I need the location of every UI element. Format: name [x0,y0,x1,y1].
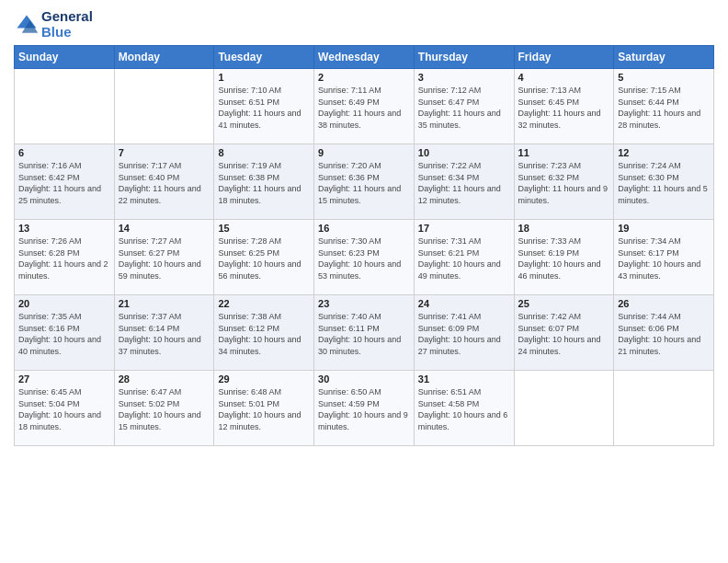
daylight-text: Daylight: 10 hours and 9 minutes. [318,409,410,432]
calendar-cell-w0-d1 [114,69,214,144]
sunrise-text: Sunrise: 7:16 AM [18,160,110,172]
calendar-cell-w3-d1: 21Sunrise: 7:37 AMSunset: 6:14 PMDayligh… [114,295,214,371]
day-info: Sunrise: 7:37 AMSunset: 6:14 PMDaylight:… [119,311,210,357]
sunset-text: Sunset: 6:17 PM [618,247,710,259]
sunset-text: Sunset: 6:45 PM [518,97,610,109]
sunset-text: Sunset: 6:42 PM [18,172,110,184]
sunset-text: Sunset: 6:06 PM [618,323,710,335]
sunrise-text: Sunrise: 7:40 AM [318,311,410,323]
calendar-cell-w4-d0: 27Sunrise: 6:45 AMSunset: 5:04 PMDayligh… [15,371,115,446]
daylight-text: Daylight: 11 hours and 5 minutes. [618,183,710,206]
day-number: 22 [218,298,310,309]
logo-icon [14,12,40,38]
daylight-text: Daylight: 11 hours and 35 minutes. [418,108,510,131]
day-number: 5 [618,72,710,83]
logo: GeneralBlue [14,9,93,40]
sunrise-text: Sunrise: 7:15 AM [618,85,710,97]
calendar-cell-w4-d5 [514,371,614,446]
calendar-cell-w3-d2: 22Sunrise: 7:38 AMSunset: 6:12 PMDayligh… [214,295,314,371]
day-number: 8 [218,147,310,158]
day-info: Sunrise: 7:20 AMSunset: 6:36 PMDaylight:… [318,160,410,206]
weekday-header-monday: Monday [114,46,214,69]
sunrise-text: Sunrise: 7:12 AM [418,85,510,97]
weekday-header-thursday: Thursday [414,46,514,69]
calendar-cell-w2-d0: 13Sunrise: 7:26 AMSunset: 6:28 PMDayligh… [15,220,115,295]
calendar-cell-w1-d1: 7Sunrise: 7:17 AMSunset: 6:40 PMDaylight… [114,144,214,220]
calendar-cell-w0-d6: 5Sunrise: 7:15 AMSunset: 6:44 PMDaylight… [614,69,714,144]
day-number: 20 [18,298,110,309]
sunrise-text: Sunrise: 7:26 AM [18,236,110,247]
sunset-text: Sunset: 6:40 PM [119,172,210,184]
daylight-text: Daylight: 11 hours and 25 minutes. [18,183,110,206]
weekday-header-tuesday: Tuesday [214,46,314,69]
sunset-text: Sunset: 6:12 PM [218,323,310,335]
day-info: Sunrise: 7:16 AMSunset: 6:42 PMDaylight:… [18,160,110,206]
day-info: Sunrise: 7:23 AMSunset: 6:32 PMDaylight:… [518,160,610,206]
day-number: 23 [318,298,410,309]
day-number: 24 [418,298,510,309]
day-info: Sunrise: 7:38 AMSunset: 6:12 PMDaylight:… [218,311,310,357]
logo-text: GeneralBlue [41,9,93,40]
calendar-cell-w2-d5: 18Sunrise: 7:33 AMSunset: 6:19 PMDayligh… [514,220,614,295]
calendar-cell-w1-d3: 9Sunrise: 7:20 AMSunset: 6:36 PMDaylight… [314,144,415,220]
day-info: Sunrise: 7:26 AMSunset: 6:28 PMDaylight:… [18,236,110,282]
calendar-cell-w1-d5: 11Sunrise: 7:23 AMSunset: 6:32 PMDayligh… [514,144,614,220]
day-number: 11 [518,147,610,158]
sunrise-text: Sunrise: 7:41 AM [418,311,510,323]
daylight-text: Daylight: 10 hours and 46 minutes. [518,259,610,282]
daylight-text: Daylight: 10 hours and 12 minutes. [218,409,310,432]
day-number: 21 [119,298,210,309]
day-info: Sunrise: 7:34 AMSunset: 6:17 PMDaylight:… [618,236,710,282]
sunrise-text: Sunrise: 7:24 AM [618,160,710,172]
sunset-text: Sunset: 6:47 PM [418,97,510,109]
sunrise-text: Sunrise: 7:17 AM [119,160,210,172]
day-info: Sunrise: 7:40 AMSunset: 6:11 PMDaylight:… [318,311,410,357]
sunrise-text: Sunrise: 7:19 AM [218,160,310,172]
day-info: Sunrise: 7:15 AMSunset: 6:44 PMDaylight:… [618,85,710,131]
calendar-cell-w0-d3: 2Sunrise: 7:11 AMSunset: 6:49 PMDaylight… [314,69,415,144]
daylight-text: Daylight: 10 hours and 53 minutes. [318,259,410,282]
calendar-table: SundayMondayTuesdayWednesdayThursdayFrid… [14,45,714,446]
sunset-text: Sunset: 6:51 PM [218,97,310,109]
day-number: 7 [119,147,210,158]
daylight-text: Daylight: 11 hours and 22 minutes. [119,183,210,206]
calendar-cell-w3-d5: 25Sunrise: 7:42 AMSunset: 6:07 PMDayligh… [514,295,614,371]
calendar-cell-w1-d6: 12Sunrise: 7:24 AMSunset: 6:30 PMDayligh… [614,144,714,220]
calendar-cell-w2-d2: 15Sunrise: 7:28 AMSunset: 6:25 PMDayligh… [214,220,314,295]
sunset-text: Sunset: 6:07 PM [518,323,610,335]
day-info: Sunrise: 7:30 AMSunset: 6:23 PMDaylight:… [318,236,410,282]
day-info: Sunrise: 7:27 AMSunset: 6:27 PMDaylight:… [119,236,210,282]
sunset-text: Sunset: 4:59 PM [318,398,410,410]
day-number: 27 [18,373,110,385]
daylight-text: Daylight: 10 hours and 40 minutes. [18,334,110,357]
calendar-cell-w4-d1: 28Sunrise: 6:47 AMSunset: 5:02 PMDayligh… [114,371,214,446]
calendar-cell-w1-d4: 10Sunrise: 7:22 AMSunset: 6:34 PMDayligh… [414,144,514,220]
calendar-cell-w2-d1: 14Sunrise: 7:27 AMSunset: 6:27 PMDayligh… [114,220,214,295]
daylight-text: Daylight: 11 hours and 2 minutes. [18,259,110,282]
sunset-text: Sunset: 6:28 PM [18,247,110,259]
sunrise-text: Sunrise: 7:44 AM [618,311,710,323]
day-info: Sunrise: 6:45 AMSunset: 5:04 PMDaylight:… [18,386,110,432]
sunset-text: Sunset: 6:21 PM [418,247,510,259]
day-number: 30 [318,373,410,385]
day-number: 25 [518,298,610,309]
day-info: Sunrise: 7:17 AMSunset: 6:40 PMDaylight:… [119,160,210,206]
daylight-text: Daylight: 11 hours and 38 minutes. [318,108,410,131]
sunrise-text: Sunrise: 7:10 AM [218,85,310,97]
daylight-text: Daylight: 10 hours and 59 minutes. [119,259,210,282]
sunset-text: Sunset: 6:19 PM [518,247,610,259]
day-number: 18 [518,223,610,234]
day-info: Sunrise: 7:10 AMSunset: 6:51 PMDaylight:… [218,85,310,131]
calendar-cell-w4-d3: 30Sunrise: 6:50 AMSunset: 4:59 PMDayligh… [314,371,415,446]
daylight-text: Daylight: 10 hours and 37 minutes. [119,334,210,357]
day-info: Sunrise: 7:24 AMSunset: 6:30 PMDaylight:… [618,160,710,206]
sunset-text: Sunset: 6:38 PM [218,172,310,184]
day-info: Sunrise: 7:13 AMSunset: 6:45 PMDaylight:… [518,85,610,131]
sunrise-text: Sunrise: 6:45 AM [18,386,110,398]
day-number: 31 [418,373,510,385]
calendar-cell-w4-d2: 29Sunrise: 6:48 AMSunset: 5:01 PMDayligh… [214,371,314,446]
calendar-cell-w3-d0: 20Sunrise: 7:35 AMSunset: 6:16 PMDayligh… [15,295,115,371]
day-number: 15 [218,223,310,234]
sunset-text: Sunset: 6:09 PM [418,323,510,335]
daylight-text: Daylight: 11 hours and 28 minutes. [618,108,710,131]
